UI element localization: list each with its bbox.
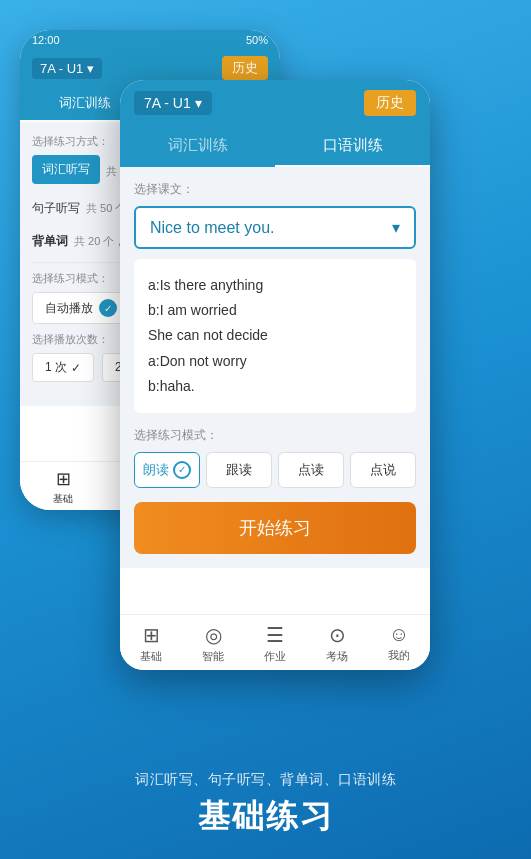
bg-count1-check: ✓ [71, 361, 81, 375]
fg-nav-mine[interactable]: ☺ 我的 [368, 623, 430, 664]
dropdown-icon: ▾ [87, 61, 94, 76]
fg-header: 7A - U1 ▾ 历史 [120, 80, 430, 126]
fg-lesson-dropdown-icon: ▾ [392, 218, 400, 237]
fg-text-line-3: She can not decide [148, 323, 402, 348]
fg-tabs: 词汇训练 口语训练 [120, 126, 430, 167]
fg-unit-selector[interactable]: 7A - U1 ▾ [134, 91, 212, 115]
fg-text-line-4: a:Don not worry [148, 349, 402, 374]
fg-homework-icon: ☰ [266, 623, 284, 647]
main-title: 基础练习 [0, 795, 531, 839]
fg-bottom-nav: ⊞ 基础 ◎ 智能 ☰ 作业 ⊙ 考场 ☺ 我的 [120, 614, 430, 670]
bg-unit-selector[interactable]: 7A - U1 ▾ [32, 58, 102, 79]
fg-nav-homework[interactable]: ☰ 作业 [244, 623, 306, 664]
bottom-text-area: 词汇听写、句子听写、背单词、口语训练 基础练习 [0, 771, 531, 839]
fg-text-content: a:Is there anything b:I am worried She c… [134, 259, 416, 413]
fg-content: 选择课文： Nice to meet you. ▾ a:Is there any… [120, 167, 430, 568]
fg-nav-basic[interactable]: ⊞ 基础 [120, 623, 182, 664]
fg-start-button[interactable]: 开始练习 [134, 502, 416, 554]
bg-count1-btn[interactable]: 1 次 ✓ [32, 353, 94, 382]
fg-nav-smart[interactable]: ◎ 智能 [182, 623, 244, 664]
fg-mode-follow[interactable]: 跟读 [206, 452, 272, 488]
fg-tab-oral[interactable]: 口语训练 [275, 126, 430, 167]
fg-mode-read-aloud[interactable]: 朗读 ✓ [134, 452, 200, 488]
fg-basic-icon: ⊞ [143, 623, 160, 647]
subtitle: 词汇听写、句子听写、背单词、口语训练 [0, 771, 531, 789]
fg-mode-tap-read[interactable]: 点读 [278, 452, 344, 488]
time-display: 12:00 [32, 34, 60, 46]
fg-smart-icon: ◎ [205, 623, 222, 647]
fg-mode-row: 朗读 ✓ 跟读 点读 点说 [134, 452, 416, 488]
fg-history-button[interactable]: 历史 [364, 90, 416, 116]
fg-text-line-5: b:haha. [148, 374, 402, 399]
bg-memorize-label[interactable]: 背单词 [32, 229, 68, 254]
fg-mode-label: 选择练习模式： [134, 427, 416, 444]
fg-select-lesson-label: 选择课文： [134, 181, 416, 198]
status-bar: 12:00 50% [20, 30, 280, 50]
battery-display: 50% [246, 34, 268, 46]
bg-sentence-label[interactable]: 句子听写 [32, 196, 80, 221]
fg-check-icon: ✓ [173, 461, 191, 479]
fg-text-line-2: b:I am worried [148, 298, 402, 323]
bg-basic-icon: ⊞ [56, 468, 71, 490]
fg-mine-icon: ☺ [389, 623, 409, 646]
fg-mode-tap-speak[interactable]: 点说 [350, 452, 416, 488]
bg-vocab-write-btn[interactable]: 词汇听写 [32, 155, 100, 184]
fg-tab-vocab[interactable]: 词汇训练 [120, 126, 275, 167]
bg-history-button[interactable]: 历史 [222, 56, 268, 80]
fg-lesson-selector[interactable]: Nice to meet you. ▾ [134, 206, 416, 249]
fg-exam-icon: ⊙ [329, 623, 346, 647]
foreground-phone: 7A - U1 ▾ 历史 词汇训练 口语训练 选择课文： Nice to mee… [120, 80, 430, 670]
fg-dropdown-icon: ▾ [195, 95, 202, 111]
bg-check-icon: ✓ [99, 299, 117, 317]
fg-text-line-1: a:Is there anything [148, 273, 402, 298]
bg-nav-basic[interactable]: ⊞ 基础 [20, 468, 107, 506]
fg-nav-exam[interactable]: ⊙ 考场 [306, 623, 368, 664]
